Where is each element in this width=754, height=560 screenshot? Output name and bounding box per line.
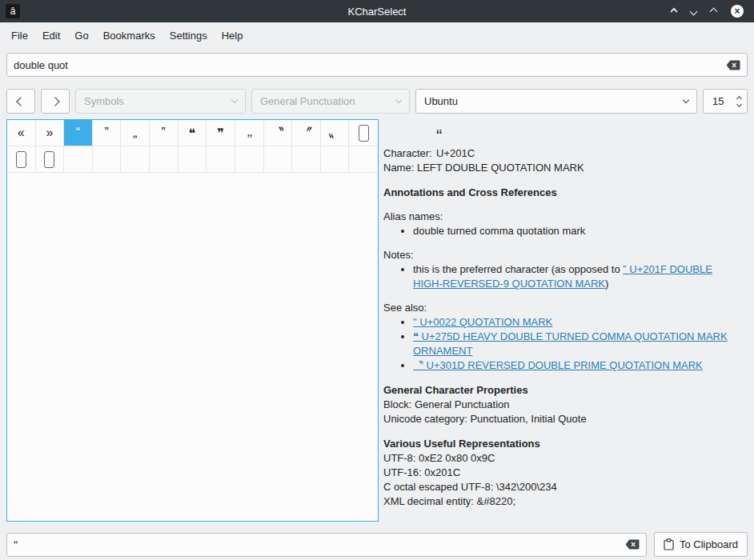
char-cell[interactable] <box>93 146 122 173</box>
char-cell[interactable] <box>7 146 36 173</box>
font-size-spinbox[interactable]: 15 <box>703 89 748 114</box>
char-cell[interactable]: ❞ <box>207 120 235 146</box>
font-combobox[interactable]: Ubuntu <box>415 89 697 114</box>
window-controls: × <box>672 5 754 18</box>
menu-settings[interactable]: Settings <box>162 26 215 46</box>
notes-label: Notes: <box>383 248 738 262</box>
character-header: “ Character:U+201C Name: LEFT DOUBLE QUO… <box>383 126 738 175</box>
clear-search-icon[interactable] <box>726 60 740 70</box>
to-clipboard-button[interactable]: To Clipboard <box>654 532 748 557</box>
menu-go[interactable]: Go <box>67 26 95 46</box>
minimize-icon[interactable] <box>691 9 696 14</box>
char-cell[interactable]: „ <box>121 120 150 146</box>
general-properties-heading: General Character Properties <box>383 383 738 398</box>
note-text: this is the preferred character (as oppo… <box>413 263 623 275</box>
see-also-item: " U+0022 QUOTATION MARK <box>413 315 738 330</box>
character-code: U+201C <box>436 147 475 159</box>
see-also-link-u0022[interactable]: " U+0022 QUOTATION MARK <box>413 316 552 328</box>
alias-names-list: double turned comma quotation mark <box>383 224 738 238</box>
menubar: File Edit Go Bookmarks Settings Help <box>0 22 754 49</box>
font-combobox-value: Ubuntu <box>424 95 458 107</box>
utf16-line: UTF-16: 0x201C <box>383 466 738 480</box>
spin-arrows <box>737 97 741 106</box>
alias-names-label: Alias names: <box>383 210 738 224</box>
character-grid: «»“”„‟❝❞⹂〝〞〟 <box>7 120 378 173</box>
missing-glyph-box <box>16 151 26 168</box>
clear-result-icon[interactable] <box>625 539 640 550</box>
see-also-list: " U+0022 QUOTATION MARK ❝ U+275D HEAVY D… <box>383 315 738 373</box>
char-cell[interactable] <box>207 146 235 173</box>
search-row <box>0 49 754 82</box>
char-cell[interactable] <box>235 146 264 173</box>
search-box <box>6 53 748 77</box>
menu-edit[interactable]: Edit <box>35 26 67 46</box>
menu-file[interactable]: File <box>4 26 35 46</box>
char-cell[interactable] <box>349 120 378 146</box>
clipboard-icon <box>664 538 674 550</box>
result-text-box <box>6 533 647 557</box>
note-item: this is the preferred character (as oppo… <box>413 262 738 291</box>
char-cell[interactable] <box>349 146 378 173</box>
chevron-down-icon <box>231 97 238 103</box>
char-cell[interactable] <box>64 146 93 173</box>
char-cell[interactable] <box>292 146 321 173</box>
main-area: «»“”„‟❝❞⹂〝〞〟 “ Character:U+201C Name: LE… <box>6 119 748 522</box>
selected-character-display: “ <box>436 126 738 146</box>
block-combobox: Symbols <box>75 89 246 114</box>
result-text-input[interactable] <box>14 538 620 551</box>
xml-entity-line: XML decimal entity: &#8220; <box>383 494 738 509</box>
char-cell[interactable]: « <box>7 120 36 146</box>
character-name-line: Name: LEFT DOUBLE QUOTATION MARK <box>383 161 738 175</box>
forward-button[interactable] <box>41 89 70 114</box>
character-details-panel: “ Character:U+201C Name: LEFT DOUBLE QUO… <box>379 119 748 522</box>
maximize-icon[interactable] <box>711 9 716 14</box>
see-also-link-u301d[interactable]: 〝 U+301D REVERSED DOUBLE PRIME QUOTATION… <box>413 359 703 371</box>
note-suffix: ) <box>605 278 608 290</box>
chevron-down-icon <box>683 97 689 103</box>
window-title: KCharSelect <box>0 6 754 18</box>
search-input[interactable] <box>14 59 721 71</box>
char-cell[interactable] <box>264 146 293 173</box>
close-icon[interactable]: × <box>731 5 744 18</box>
kcharselect-window: â KCharSelect × File Edit Go Bookmarks S… <box>0 0 754 560</box>
font-size-value: 15 <box>712 95 724 107</box>
navigation-toolbar: Symbols General Punctuation Ubuntu 15 <box>0 82 754 114</box>
to-clipboard-label: To Clipboard <box>680 538 738 550</box>
char-cell[interactable] <box>36 146 65 173</box>
char-cell[interactable]: ‟ <box>150 120 178 146</box>
spin-up-icon[interactable] <box>736 95 742 101</box>
c-octal-line: C octal escaped UTF-8: \342\200\234 <box>383 480 738 494</box>
see-also-link-u275d[interactable]: ❝ U+275D HEAVY DOUBLE TURNED COMMA QUOTA… <box>413 330 728 357</box>
char-cell[interactable]: » <box>36 120 65 146</box>
char-cell[interactable]: 〝 <box>264 120 293 146</box>
char-cell[interactable]: ” <box>93 120 122 146</box>
annotations-heading: Annotations and Cross References <box>383 186 738 200</box>
back-button[interactable] <box>6 89 35 114</box>
char-cell[interactable]: 〞 <box>292 120 321 146</box>
chevron-down-icon <box>395 97 402 103</box>
char-cell[interactable] <box>178 146 207 173</box>
char-cell[interactable] <box>321 146 350 173</box>
app-icon: â <box>6 4 20 18</box>
block-combobox-value: Symbols <box>84 95 124 107</box>
char-cell[interactable] <box>150 146 178 173</box>
alias-name-item: double turned comma quotation mark <box>413 224 738 238</box>
character-code-line: Character:U+201C <box>383 146 738 161</box>
see-also-item: 〝 U+301D REVERSED DOUBLE PRIME QUOTATION… <box>413 358 738 373</box>
section-combobox-value: General Punctuation <box>260 95 355 107</box>
menu-help[interactable]: Help <box>215 26 251 46</box>
char-cell[interactable]: “ <box>64 120 93 146</box>
char-cell[interactable]: 〟 <box>321 120 350 146</box>
block-line: Block: General Punctuation <box>383 398 738 412</box>
section-combobox: General Punctuation <box>251 89 410 114</box>
keep-above-icon[interactable] <box>672 9 676 14</box>
utf8-line: UTF-8: 0xE2 0x80 0x9C <box>383 451 738 466</box>
menu-bookmarks[interactable]: Bookmarks <box>96 26 162 46</box>
char-cell[interactable] <box>121 146 150 173</box>
see-also-item: ❝ U+275D HEAVY DOUBLE TURNED COMMA QUOTA… <box>413 330 738 358</box>
spin-down-icon[interactable] <box>736 101 742 106</box>
character-grid-panel: «»“”„‟❝❞⹂〝〞〟 <box>6 119 379 522</box>
character-label: Character: <box>383 146 436 161</box>
char-cell[interactable]: ❝ <box>178 120 207 146</box>
char-cell[interactable]: ⹂ <box>235 120 264 146</box>
